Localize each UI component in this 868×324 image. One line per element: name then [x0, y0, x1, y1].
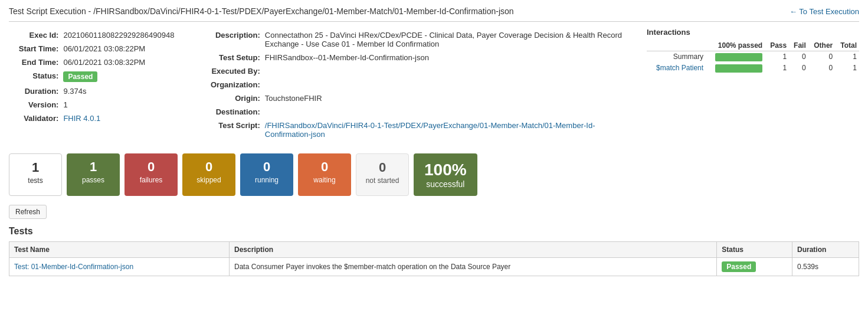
interactions-title: Interactions: [647, 28, 859, 37]
refresh-button[interactable]: Refresh: [9, 205, 47, 219]
page-title: Test Script Execution - /FHIRSandbox/DaV…: [9, 6, 514, 17]
not-started-label: not started: [365, 176, 399, 185]
duration-label: Duration:: [10, 85, 62, 97]
tests-table: Test Name Description Status Duration Te…: [9, 241, 859, 276]
col-test-name: Test Name: [9, 242, 230, 258]
origin-value: TouchstoneFHIR: [265, 92, 634, 104]
start-time-value: 06/01/2021 03:08:22PM: [63, 42, 196, 55]
passes-stat-box: 1 passes: [67, 153, 120, 196]
tests-section-title: Tests: [9, 226, 859, 237]
test-script-label: Test Script:: [211, 119, 264, 140]
validator-link[interactable]: FHIR 4.0.1: [63, 114, 100, 123]
running-number: 0: [249, 159, 284, 175]
col-duration: Duration: [792, 242, 859, 258]
test-name-link-0[interactable]: Test: 01-Member-Id-Confirmation-json: [14, 263, 133, 271]
waiting-number: 0: [307, 159, 342, 175]
version-value: 1: [63, 99, 196, 111]
col-fail: Fail: [789, 40, 808, 51]
skipped-label: skipped: [191, 176, 227, 184]
to-test-execution-link[interactable]: To Test Execution: [790, 7, 859, 16]
tests-number: 1: [18, 160, 53, 175]
validator-cell: FHIR 4.0.1: [63, 112, 196, 125]
description-info-section: Description: Connectathon 25 - DaVinci H…: [209, 28, 635, 142]
running-stat-box: 0 running: [240, 153, 293, 196]
interaction-progress-1: [706, 63, 765, 74]
tests-label: tests: [18, 176, 53, 185]
test-description-0: Data Consumer Payer invokes the $member-…: [230, 258, 717, 276]
organization-label: Organization:: [211, 78, 264, 91]
table-row: Test: 01-Member-Id-Confirmation-jsonData…: [9, 258, 859, 276]
description-value: Connectathon 25 - DaVinci HRex/CDex/PCDE…: [265, 29, 634, 50]
interaction-other-1: 0: [808, 63, 836, 74]
start-time-label: Start Time:: [10, 42, 62, 55]
test-setup-label: Test Setup:: [211, 51, 264, 64]
end-time-label: End Time:: [10, 56, 62, 68]
interactions-table: 100% passed Pass Fail Other Total Summar…: [647, 40, 859, 74]
col-other: Other: [808, 40, 836, 51]
destination-value: [265, 106, 634, 118]
executed-by-label: Executed By:: [211, 65, 264, 77]
skipped-stat-box: 0 skipped: [182, 153, 235, 196]
interaction-row-link-1[interactable]: $match Patient: [656, 64, 703, 72]
running-label: running: [249, 176, 284, 184]
test-setup-value: FHIRSandbox--01-Member-Id-Confirmation-j…: [265, 51, 634, 64]
passes-label: passes: [76, 176, 111, 184]
interaction-pass-1: 1: [765, 63, 789, 74]
passes-number: 1: [76, 159, 111, 175]
destination-label: Destination:: [211, 106, 264, 118]
tests-stat-box: 1 tests: [9, 153, 62, 196]
status-label: Status:: [10, 70, 62, 84]
col-label: [647, 40, 706, 51]
skipped-number: 0: [191, 159, 227, 175]
executed-by-value: [265, 65, 634, 77]
test-duration-0: 0.539s: [792, 258, 859, 276]
title-main: Test Script Execution: [9, 6, 86, 16]
success-pct: 100%: [424, 161, 467, 179]
interaction-row-label-0: Summary: [647, 51, 706, 63]
interaction-progress-0: [706, 51, 765, 63]
version-label: Version:: [10, 99, 62, 111]
col-total: Total: [835, 40, 859, 51]
interaction-total-1: 1: [835, 63, 859, 74]
exec-id-label: Exec Id:: [10, 29, 62, 41]
duration-value: 9.374s: [63, 85, 196, 97]
success-stat-box: 100% successful: [414, 153, 477, 196]
validator-label: Validator:: [10, 112, 62, 125]
end-time-value: 06/01/2021 03:08:32PM: [63, 56, 196, 68]
waiting-stat-box: 0 waiting: [298, 153, 351, 196]
test-script-cell: /FHIRSandbox/DaVinci/FHIR4-0-1-Test/PDEX…: [265, 119, 634, 140]
interaction-total-0: 1: [835, 51, 859, 63]
not-started-number: 0: [365, 160, 399, 175]
failures-number: 0: [133, 159, 169, 175]
col-pass: Pass: [765, 40, 789, 51]
description-label: Description:: [211, 29, 264, 50]
interaction-other-0: 0: [808, 51, 836, 63]
main-content: Exec Id: 20210601180822929286490948 Star…: [9, 28, 859, 142]
interaction-pass-0: 1: [765, 51, 789, 63]
organization-value: [265, 78, 634, 91]
stats-row: 1 tests 1 passes 0 failures 0 skipped 0 …: [9, 153, 859, 196]
test-status-badge-0: Passed: [722, 261, 756, 272]
status-cell: Passed: [63, 70, 196, 84]
description-info-table: Description: Connectathon 25 - DaVinci H…: [209, 28, 635, 142]
origin-label: Origin:: [211, 92, 264, 104]
failures-label: failures: [133, 176, 169, 184]
waiting-label: waiting: [307, 176, 342, 184]
col-passed: 100% passed: [706, 40, 765, 51]
not-started-stat-box: 0 not started: [356, 153, 409, 196]
test-script-link[interactable]: /FHIRSandbox/DaVinci/FHIR4-0-1-Test/PDEX…: [265, 121, 595, 139]
exec-info-table: Exec Id: 20210601180822929286490948 Star…: [9, 28, 198, 126]
page-header: Test Script Execution - /FHIRSandbox/DaV…: [9, 6, 859, 22]
title-sub: - /FHIRSandbox/DaVinci/FHIR4-0-1-Test/PD…: [86, 6, 514, 16]
interaction-fail-1: 0: [789, 63, 808, 74]
failures-stat-box: 0 failures: [125, 153, 178, 196]
col-description: Description: [230, 242, 717, 258]
interaction-fail-0: 0: [789, 51, 808, 63]
exec-info-section: Exec Id: 20210601180822929286490948 Star…: [9, 28, 198, 142]
col-status: Status: [717, 242, 792, 258]
exec-id-value: 20210601180822929286490948: [63, 29, 196, 41]
status-badge: Passed: [63, 71, 97, 82]
interactions-section: Interactions 100% passed Pass Fail Other…: [647, 28, 859, 142]
success-label: successful: [426, 179, 464, 189]
